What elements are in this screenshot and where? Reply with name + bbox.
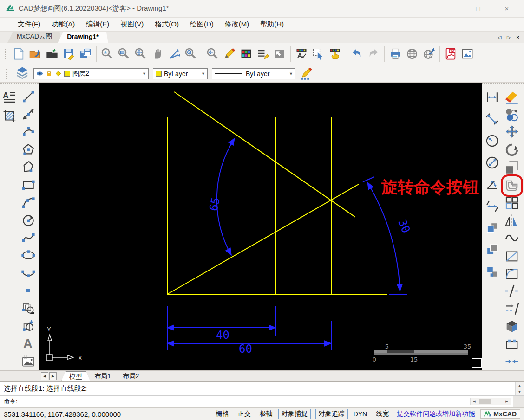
edit-spline-button[interactable]	[504, 230, 520, 246]
feedback-link[interactable]: 提交软件问题或增加新功能	[397, 410, 475, 418]
polygon-irregular-button[interactable]	[21, 160, 36, 174]
layer-select[interactable]: 图层2 ▼	[33, 68, 149, 79]
viewport-corner-box[interactable]	[472, 358, 481, 368]
text-multiline-button[interactable]: A	[2, 90, 17, 104]
tabs-prev-icon[interactable]: ◁	[498, 34, 501, 40]
draw-pencil-button[interactable]	[221, 45, 238, 63]
zoom-previous-button[interactable]	[204, 45, 221, 63]
ellipse-arc-button[interactable]	[21, 265, 36, 280]
command-input-line[interactable]: 命令: ◀ ▶	[0, 396, 524, 407]
layer-lock-icon[interactable]	[46, 70, 52, 77]
layer-manager-icon[interactable]	[15, 66, 29, 81]
chevron-down-icon[interactable]: ▼	[140, 69, 148, 79]
menu-h[interactable]: 帮助(H)	[255, 18, 289, 30]
resize-corner[interactable]	[513, 396, 524, 407]
menu-a[interactable]: 功能(A)	[46, 18, 80, 30]
erase-button[interactable]	[504, 89, 520, 105]
print-button[interactable]	[387, 45, 404, 63]
open-folder-button[interactable]	[44, 45, 60, 63]
toolbar-gripper[interactable]	[7, 19, 8, 30]
layer-freeze-icon[interactable]	[55, 70, 62, 77]
model-prev-button[interactable]: ◀	[41, 372, 48, 380]
rectangle-button[interactable]	[21, 177, 36, 192]
zoom-window-button[interactable]	[116, 45, 132, 63]
color-palette-button[interactable]	[238, 45, 255, 63]
menu-o[interactable]: 格式(O)	[149, 18, 184, 30]
chevron-down-icon[interactable]: ▼	[287, 69, 295, 79]
command-hscrollbar[interactable]: ◀ ▶	[470, 398, 511, 405]
block-copy-button[interactable]	[21, 301, 36, 316]
layer-color-swatch[interactable]	[64, 71, 70, 77]
text-style-button[interactable]	[293, 45, 310, 63]
hatch-button[interactable]	[2, 109, 17, 123]
toolbar-gripper[interactable]	[6, 69, 7, 79]
explode-button[interactable]	[504, 318, 520, 334]
status-toggle-线宽[interactable]: 线宽	[373, 409, 392, 419]
ellipse-button[interactable]	[21, 248, 36, 263]
layer-visible-icon[interactable]	[36, 70, 43, 77]
scroll-right-icon[interactable]: ▶	[503, 400, 511, 403]
dim-linear-button[interactable]	[485, 90, 499, 104]
toolbar-gripper[interactable]	[5, 49, 7, 59]
image-insert-button[interactable]	[21, 354, 36, 368]
hscroll-thumb[interactable]	[479, 399, 491, 404]
scroll-up-icon[interactable]: ▲	[516, 382, 524, 389]
linetype-manager-button[interactable]	[255, 45, 271, 63]
pdf-export-button[interactable]: PDF	[442, 45, 459, 63]
construction-line-button[interactable]	[21, 107, 36, 122]
drawing-canvas[interactable]: 65 30 40 60 旋转命令按钮 5 35 0 15 Y X	[39, 83, 482, 370]
menu-v[interactable]: 视图(V)	[115, 18, 149, 30]
circle-radius-button[interactable]	[21, 213, 36, 227]
extend-button[interactable]	[504, 301, 520, 317]
rotate-button[interactable]	[504, 142, 520, 158]
text-single-button[interactable]: A	[21, 336, 36, 351]
spline-button[interactable]	[21, 230, 36, 245]
layout-tab-0[interactable]: 模型	[61, 371, 90, 381]
stretch-button[interactable]	[504, 336, 520, 352]
point-button[interactable]	[21, 283, 36, 298]
new-file-button[interactable]	[10, 45, 27, 63]
status-toggle-栅格[interactable]: 栅格	[215, 409, 230, 419]
options-hand-button[interactable]	[327, 45, 343, 63]
publish-web-button[interactable]	[420, 45, 437, 63]
model-next-button[interactable]: ▶	[49, 372, 57, 380]
scroll-down-icon[interactable]: ▼	[516, 389, 524, 395]
menu-m[interactable]: 修改(M)	[219, 18, 255, 30]
save-button[interactable]	[60, 45, 77, 63]
tabs-next-icon[interactable]: ▷	[507, 34, 511, 40]
linetype-select[interactable]: ByLayer ▼	[212, 68, 295, 79]
command-history[interactable]: 选择直线段1: 选择直线段2: ▲ ▼	[0, 382, 524, 396]
dim-diameter-button[interactable]	[485, 155, 499, 170]
scale-button[interactable]	[504, 160, 520, 175]
mxcad-brand[interactable]: MxCAD	[480, 409, 520, 419]
match-properties-icon[interactable]	[300, 66, 314, 81]
menu-e[interactable]: 编辑(E)	[80, 18, 115, 30]
zoom-extents-button[interactable]	[132, 45, 149, 63]
dim-radius-button[interactable]	[485, 134, 499, 148]
arc-3point-button[interactable]	[21, 195, 36, 210]
menu-f[interactable]: 文件(F)	[12, 18, 46, 30]
move-button[interactable]	[504, 124, 520, 140]
status-toggle-对象捕捉[interactable]: 对象捕捉	[278, 409, 311, 419]
mirror-button[interactable]	[504, 213, 520, 228]
redo-button[interactable]	[365, 45, 382, 63]
layout-tab-1[interactable]: 布局1	[87, 371, 118, 381]
dim-aligned-button[interactable]	[485, 112, 499, 126]
scroll-left-icon[interactable]: ◀	[471, 400, 478, 403]
menu-d[interactable]: 绘图(D)	[184, 18, 219, 30]
array-button[interactable]	[504, 195, 520, 211]
doc-tab-1[interactable]: Drawing1*	[58, 32, 108, 43]
maximize-button[interactable]: □	[474, 5, 482, 13]
minimize-button[interactable]: ─	[445, 5, 453, 13]
draw-order-above-button[interactable]	[485, 265, 499, 279]
draw-order-front-button[interactable]	[485, 221, 499, 235]
chevron-down-icon[interactable]: ▼	[199, 69, 207, 79]
image-file-button[interactable]	[459, 45, 476, 63]
tabs-close-icon[interactable]: ×	[517, 34, 519, 40]
command-scrollbar[interactable]: ▲ ▼	[515, 382, 524, 395]
web-globe-button[interactable]	[404, 45, 420, 63]
doc-tab-0[interactable]: MxCAD云图	[7, 32, 61, 43]
layout-tab-2[interactable]: 布局2	[115, 371, 147, 381]
arc-button[interactable]	[21, 124, 36, 139]
status-toggle-DYN[interactable]: DYN	[353, 410, 368, 418]
